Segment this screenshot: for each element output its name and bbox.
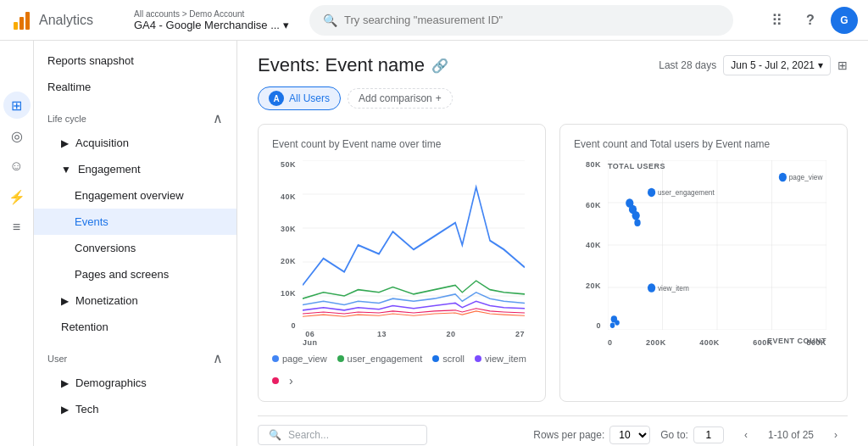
chevron-down-icon: ▾ xyxy=(283,19,289,31)
scatter-x-0: 0 xyxy=(608,338,613,347)
chevron-right-icon: ▶ xyxy=(61,137,69,149)
sidebar-item-pages-and-screens[interactable]: Pages and screens xyxy=(34,261,236,287)
top-bar: Analytics All accounts > Demo Account GA… xyxy=(0,0,868,41)
sidebar-item-reports-snapshot[interactable]: Reports snapshot xyxy=(34,47,236,74)
scatter-y-axis-title: TOTAL USERS xyxy=(608,162,665,170)
x-axis-jun6: 06Jun xyxy=(303,330,318,347)
brand: Analytics xyxy=(10,8,120,32)
top-bar-actions: ⠿ ? G xyxy=(763,7,858,34)
rail-realtime-icon[interactable]: ◎ xyxy=(3,122,31,149)
search-input[interactable] xyxy=(344,14,720,26)
legend-dot-user-engagement xyxy=(337,355,344,362)
goto-input[interactable] xyxy=(693,426,724,443)
account-selector[interactable]: All accounts > Demo Account GA4 - Google… xyxy=(134,9,289,31)
analytics-logo xyxy=(10,8,34,32)
sidebar-item-engagement-overview[interactable]: Engagement overview xyxy=(34,182,236,209)
page-title: Events: Event name xyxy=(258,54,425,76)
scatter-chart-area: 80K 60K 40K 20K 0 xyxy=(574,160,833,347)
sidebar-item-label: Monetization xyxy=(75,294,138,307)
scatter-dot-user-engagement xyxy=(648,188,655,198)
pagination: Rows per page: 10 25 50 Go to: ‹ 1-10 of… xyxy=(533,423,848,446)
prev-page-btn[interactable]: ‹ xyxy=(734,423,758,446)
sidebar-item-label: Tech xyxy=(75,403,98,415)
user-collapse-icon[interactable]: ∧ xyxy=(213,350,223,366)
date-range-picker[interactable]: Jun 5 - Jul 2, 2021 ▾ xyxy=(723,55,831,75)
sidebar-item-realtime[interactable]: Realtime xyxy=(34,74,236,100)
filter-row: A All Users Add comparison + xyxy=(258,86,848,110)
x-axis-20: 20 xyxy=(446,330,455,347)
sidebar-item-label: Pages and screens xyxy=(75,268,169,281)
chevron-right-icon: ▶ xyxy=(61,295,69,307)
scatter-y-20k: 20K xyxy=(586,282,601,290)
scatter-dot-scroll3 xyxy=(632,211,640,220)
line-chart-title: Event count by Event name over time xyxy=(272,138,531,150)
rail-reports-icon[interactable]: ≡ xyxy=(3,214,31,241)
y-axis-40k: 40K xyxy=(281,192,296,201)
legend-scroll-right[interactable]: › xyxy=(289,374,293,387)
search-placeholder: Search... xyxy=(288,429,329,441)
lifecycle-collapse-icon[interactable]: ∧ xyxy=(213,110,223,126)
next-page-btn[interactable]: › xyxy=(824,423,848,446)
sidebar-item-monetization[interactable]: ▶ Monetization xyxy=(34,287,236,314)
page-header: Events: Event name 🔗 Last 28 days Jun 5 … xyxy=(258,54,848,76)
sidebar-item-label: Engagement xyxy=(78,163,141,176)
avatar[interactable]: G xyxy=(831,7,858,34)
sidebar-item-conversions[interactable]: Conversions xyxy=(34,235,236,261)
all-users-chip[interactable]: A All Users xyxy=(258,86,341,110)
line-chart-card: Event count by Event name over time 50K … xyxy=(258,124,546,402)
add-comparison-btn[interactable]: Add comparison + xyxy=(348,88,453,109)
line-chart-area: 50K 40K 30K 20K 10K 0 xyxy=(272,160,531,347)
layout: ⊞ ◎ ☺ ⚡ ≡ Reports snapshot Realtime Life… xyxy=(0,41,868,446)
users-avatar: A xyxy=(269,91,284,106)
legend-label: user_engagement xyxy=(348,354,423,364)
scatter-label-view-item: view_item xyxy=(658,283,689,293)
rail-user-icon[interactable]: ☺ xyxy=(3,153,31,180)
account-breadcrumb: All accounts > Demo Account xyxy=(134,9,289,19)
rail-events-icon[interactable]: ⚡ xyxy=(3,183,31,210)
table-search[interactable]: 🔍 Search... xyxy=(258,425,427,445)
export-icon[interactable]: 🔗 xyxy=(431,58,448,74)
legend-label: page_view xyxy=(282,354,327,364)
sidebar-item-events[interactable]: Events xyxy=(34,209,236,235)
sidebar-item-label: Engagement overview xyxy=(75,189,184,202)
legend-scroll: scroll xyxy=(432,354,465,364)
sidebar-item-demographics[interactable]: ▶ Demographics xyxy=(34,370,236,396)
charts-row: Event count by Event name over time 50K … xyxy=(258,124,848,402)
search-icon: 🔍 xyxy=(323,14,337,27)
svg-rect-1 xyxy=(19,17,24,30)
scatter-svg: page_view user_engagement view_ite xyxy=(608,160,826,330)
line-chart-svg xyxy=(303,160,525,330)
legend-label: view_item xyxy=(485,354,526,364)
scatter-chart-card: Event count and Total users by Event nam… xyxy=(559,124,848,402)
sidebar-item-tech[interactable]: ▶ Tech xyxy=(34,396,236,422)
sidebar-item-acquisition[interactable]: ▶ Acquisition xyxy=(34,130,236,156)
goto-label: Go to: xyxy=(660,429,688,441)
legend-dot-scroll xyxy=(432,355,439,362)
apps-icon[interactable]: ⠿ xyxy=(763,7,790,34)
rows-per-page-label: Rows per page: xyxy=(533,429,604,441)
sidebar-item-label: Acquisition xyxy=(75,137,129,149)
search-bar[interactable]: 🔍 xyxy=(309,5,733,36)
rail-home-icon[interactable]: ⊞ xyxy=(3,92,31,119)
legend-user-engagement: user_engagement xyxy=(337,354,423,364)
scatter-y-60k: 60K xyxy=(586,201,601,209)
svg-rect-2 xyxy=(25,12,30,30)
chevron-down-icon: ▼ xyxy=(61,164,71,176)
x-axis-13: 13 xyxy=(377,330,387,347)
scatter-label-user-engagement: user_engagement xyxy=(658,188,715,198)
help-icon[interactable]: ? xyxy=(797,7,824,34)
main-content: Events: Event name 🔗 Last 28 days Jun 5 … xyxy=(237,41,868,446)
rows-per-page: Rows per page: 10 25 50 xyxy=(533,426,650,444)
sidebar-item-engagement[interactable]: ▼ Engagement xyxy=(34,156,236,182)
svg-rect-0 xyxy=(14,22,18,30)
y-axis-0: 0 xyxy=(291,321,296,330)
filter-label: All Users xyxy=(289,92,330,104)
scatter-dot-cluster2 xyxy=(615,320,620,325)
sidebar-item-retention[interactable]: Retention xyxy=(34,314,236,340)
chevron-down-icon: ▾ xyxy=(818,59,823,71)
compare-icon[interactable]: ⊞ xyxy=(837,59,848,72)
y-axis-10k: 10K xyxy=(281,289,296,298)
rows-per-page-select[interactable]: 10 25 50 xyxy=(609,426,650,444)
chevron-right-icon: ▶ xyxy=(61,377,69,389)
legend-view-item: view_item xyxy=(475,354,526,364)
